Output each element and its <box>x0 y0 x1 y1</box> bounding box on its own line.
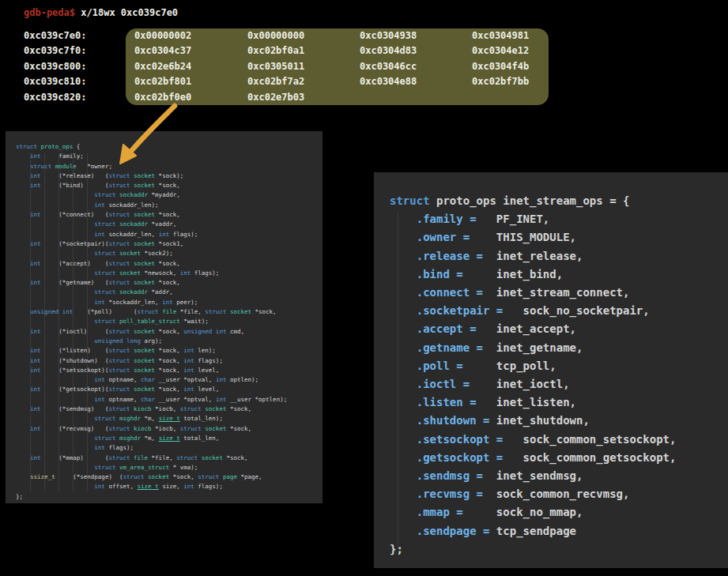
code-line: .listen = inet_listen, <box>390 393 728 412</box>
code-line: unsigned long arg); <box>16 337 323 346</box>
code-line: struct sockaddr *myaddr, <box>16 190 323 200</box>
code-line: int (*socketpair)(struct socket *sock1, <box>16 239 323 249</box>
code-line: int sockaddr_len, int flags); <box>16 230 323 239</box>
memory-value: 0xc0304c37 <box>134 45 191 56</box>
inet-stream-ops-panel: struct proto_ops inet_stream_ops = { .fa… <box>374 172 728 568</box>
code-line: int (*bind) (struct socket *sock, <box>16 181 323 190</box>
memory-value: 0x00000000 <box>247 30 304 41</box>
memory-address: 0xc039c7f0: <box>24 45 86 56</box>
memory-value: 0x00000002 <box>134 30 191 41</box>
memory-value: 0xc0304938 <box>360 30 417 41</box>
inet-stream-ops-code: struct proto_ops inet_stream_ops = { .fa… <box>374 172 728 559</box>
code-line: struct poll_table_struct *wait); <box>16 317 323 326</box>
code-line: ssize_t (*sendpage) (struct socket *sock… <box>16 472 323 482</box>
memory-value: 0xc0304f4b <box>472 61 529 72</box>
code-line: unsigned int (*poll) (struct file *file,… <box>16 307 323 317</box>
code-line: .connect = inet_stream_connect, <box>390 284 728 302</box>
code-line: .setsockopt = sock_common_setsockopt, <box>390 431 728 449</box>
memory-address: 0xc039c810: <box>24 76 86 87</box>
code-line: .shutdown = inet_shutdown, <box>390 412 728 430</box>
gdb-command-line: gdb-peda$ x/18wx 0xc039c7e0 <box>24 7 178 18</box>
proto-ops-code: struct proto_ops { int family; struct mo… <box>6 131 323 502</box>
code-line: struct module *owner; <box>16 162 323 171</box>
memory-address: 0xc039c820: <box>24 92 86 103</box>
code-line: struct msghdr *m, size_t total_len, <box>16 434 323 443</box>
memory-value: 0xc0304e12 <box>472 45 529 56</box>
code-line: .poll = tcp_poll, <box>390 357 728 375</box>
code-line: int (*sendmsg) (struct kiocb *iocb, stru… <box>16 405 323 414</box>
code-line: .mmap = sock_no_mmap, <box>390 503 728 521</box>
code-line: int (*connect) (struct socket *sock, <box>16 210 323 220</box>
memory-address: 0xc039c7e0: <box>24 30 86 41</box>
code-line: int (*shutdown) (struct socket *sock, in… <box>16 356 323 366</box>
memory-value: 0xc02e7b03 <box>247 92 304 103</box>
code-line: .socketpair = sock_no_socketpair, <box>390 302 728 320</box>
code-line: int (*release) (struct socket *sock); <box>16 171 323 181</box>
memory-value: 0xc02bf0a1 <box>247 45 304 56</box>
code-line: int (*getname) (struct socket *sock, <box>16 278 323 288</box>
memory-value: 0xc0304981 <box>472 30 529 41</box>
code-line: .bind = inet_bind, <box>390 265 728 284</box>
code-line: .sendpage = tcp_sendpage <box>390 522 728 540</box>
code-line: .owner = THIS_MODULE, <box>390 228 728 247</box>
code-line: int (*setsockopt)(struct socket *sock, i… <box>16 366 323 375</box>
code-line: .getname = inet_getname, <box>390 339 728 357</box>
code-line: int (*accept) (struct socket *sock, <box>16 259 323 269</box>
code-line: int family; <box>16 152 323 161</box>
gdb-command: x/18wx 0xc039c7e0 <box>75 7 178 18</box>
memory-value: 0xc02bf801 <box>134 76 191 87</box>
code-line: .recvmsg = sock_common_recvmsg, <box>390 485 728 503</box>
memory-value: 0xc02bf7bb <box>472 76 529 87</box>
code-line: int (*ioctl) (struct socket *sock, unsig… <box>16 327 323 337</box>
code-line: .sendmsg = inet_sendmsg, <box>390 467 728 485</box>
code-line: struct sockaddr *vaddr, <box>16 220 323 229</box>
code-line: .getsockopt = sock_common_getsockopt, <box>390 449 728 467</box>
code-line: struct vm_area_struct * vma); <box>16 463 323 472</box>
code-line: struct msghdr *m, size_t total_len); <box>16 414 323 424</box>
memory-value: 0xc02bf0e0 <box>134 92 191 103</box>
gdb-prompt: gdb-peda$ <box>24 7 75 18</box>
memory-value: 0xc02bf7a2 <box>247 76 304 87</box>
code-line: int (*getsockopt)(struct socket *sock, i… <box>16 385 323 394</box>
memory-value: 0xc0304e88 <box>360 76 417 87</box>
code-line: struct proto_ops inet_stream_ops = { <box>390 192 728 210</box>
memory-value: 0xc02e6b24 <box>134 61 191 72</box>
screenshot-canvas: gdb-peda$ x/18wx 0xc039c7e0 0xc039c7e0:0… <box>0 0 728 576</box>
memory-value: 0xc03046cc <box>360 61 417 72</box>
code-line: int offset, size_t size, int flags); <box>16 482 323 491</box>
code-line: int *sockaddr_len, int peer); <box>16 298 323 307</box>
code-line: .release = inet_release, <box>390 247 728 265</box>
code-line: int (*mmap) (struct file *file, struct s… <box>16 454 323 463</box>
memory-address: 0xc039c800: <box>24 61 86 72</box>
code-line: struct socket *sock2); <box>16 249 323 258</box>
code-line: int optname, char __user *optval, int __… <box>16 395 323 405</box>
code-line: .ioctl = inet_ioctl, <box>390 375 728 393</box>
code-line: .accept = inet_accept, <box>390 320 728 338</box>
code-line: struct sockaddr *addr, <box>16 288 323 297</box>
code-line: int flags); <box>16 443 323 453</box>
memory-value: 0xc0304d83 <box>360 45 417 56</box>
gdb-terminal[interactable]: gdb-peda$ x/18wx 0xc039c7e0 0xc039c7e0:0… <box>0 0 728 126</box>
code-line: int (*listen) (struct socket *sock, int … <box>16 346 323 356</box>
code-line: .family = PF_INET, <box>390 210 728 228</box>
code-line: struct proto_ops { <box>16 142 323 152</box>
code-line: }; <box>390 540 728 559</box>
proto-ops-struct-panel: struct proto_ops { int family; struct mo… <box>6 131 323 503</box>
code-line: int optname, char __user *optval, int op… <box>16 375 323 385</box>
memory-value: 0xc0305011 <box>247 61 304 72</box>
code-line: int sockaddr_len); <box>16 201 323 210</box>
code-line: int (*recvmsg) (struct kiocb *iocb, stru… <box>16 424 323 434</box>
code-line: struct socket *newsock, int flags); <box>16 269 323 278</box>
code-line: }; <box>16 492 323 502</box>
